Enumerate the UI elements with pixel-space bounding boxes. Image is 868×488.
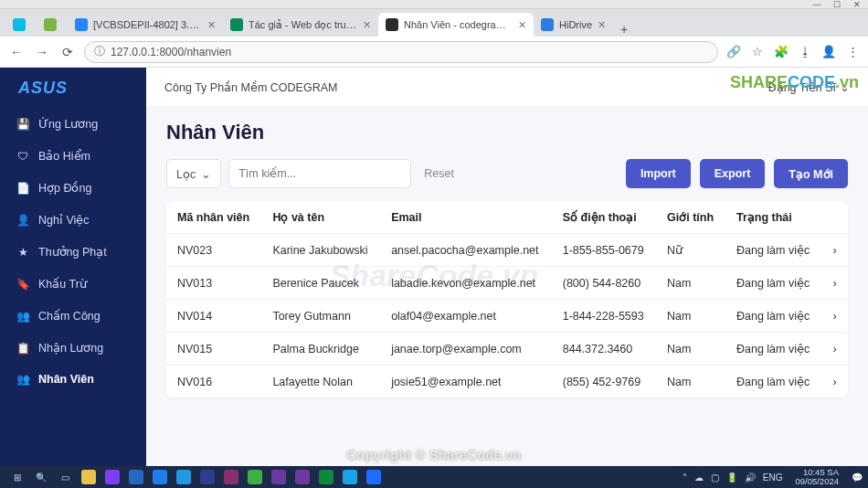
tray-screen-icon[interactable]: ▢ [711, 472, 719, 483]
profile-avatar-icon[interactable]: 👤 [820, 45, 837, 58]
taskbar-app[interactable] [362, 466, 386, 488]
cell-email: olaf04@example.net [380, 300, 552, 333]
close-icon[interactable]: ✕ [518, 19, 526, 31]
favicon-icon [44, 18, 57, 31]
cell-trangthai: Đang làm việc [725, 234, 821, 267]
cell-ma: NV016 [166, 366, 261, 398]
taskbar-app[interactable] [243, 466, 267, 488]
sidebar-item[interactable]: 👤Nghỉ Việc [0, 204, 146, 236]
tab-label: HiDrive [559, 19, 592, 30]
cell-gioitinh: Nam [656, 300, 725, 333]
browser-tab[interactable]: Tác giả - Web đọc truyện✕ [223, 13, 378, 37]
table-row[interactable]: NV015Palma Buckridgejanae.torp@example.c… [166, 333, 848, 366]
tray-battery-icon[interactable]: 🔋 [726, 472, 737, 483]
table-row[interactable]: NV023Karine Jakubowskiansel.pacocha@exam… [166, 234, 848, 267]
chevron-right-icon[interactable]: › [821, 300, 848, 333]
col-trangthai[interactable]: Trạng thái [725, 201, 821, 234]
reload-icon[interactable]: ⟳ [58, 45, 77, 59]
tray-lang[interactable]: ENG [763, 472, 783, 483]
new-tab-button[interactable]: + [613, 22, 635, 37]
forward-icon[interactable]: → [33, 45, 51, 59]
sidebar-item[interactable]: 🔖Khấu Trừ [0, 268, 146, 300]
actions-row: Lọc ⌄ Reset Import Export Tạo Mới [166, 159, 848, 188]
back-icon[interactable]: ← [7, 45, 26, 59]
table-row[interactable]: NV014Torey Gutmannolaf04@example.net1-84… [166, 300, 848, 333]
close-icon[interactable]: ✕ [598, 19, 606, 31]
browser-menu-icon[interactable]: ⋮ [844, 45, 861, 58]
col-hoten[interactable]: Họ và tên [261, 201, 380, 234]
bookmark-icon[interactable]: ☆ [749, 45, 766, 58]
cell-email: janae.torp@example.com [380, 333, 552, 366]
cell-gioitinh: Nữ [656, 234, 725, 267]
taskbar-app[interactable] [124, 466, 148, 488]
chevron-right-icon[interactable]: › [821, 333, 848, 366]
taskbar-app[interactable] [101, 466, 124, 488]
tray-onedrive-icon[interactable]: ☁ [694, 472, 704, 483]
taskbar-app[interactable] [291, 466, 314, 488]
taskbar-app[interactable] [196, 466, 219, 488]
sidebar-item[interactable]: 🛡Bảo Hiểm [0, 140, 146, 172]
browser-tab[interactable] [5, 13, 37, 37]
taskbar-app[interactable] [77, 466, 101, 488]
browser-tab[interactable] [37, 13, 68, 37]
reset-link[interactable]: Reset [424, 159, 454, 188]
taskbar-app[interactable] [314, 466, 338, 488]
tray-clock[interactable]: 10:45 SA 09/05/2024 [789, 468, 844, 486]
search-icon[interactable]: 🔍 [29, 466, 53, 488]
chevron-down-icon: ⌄ [840, 80, 850, 94]
window-minimize-icon[interactable]: — [811, 0, 822, 9]
cell-gioitinh: Nam [656, 333, 725, 366]
browser-tab[interactable]: Nhân Viên - codegram.pro✕ [378, 13, 534, 37]
tray-volume-icon[interactable]: 🔊 [745, 472, 756, 483]
cell-ma: NV015 [166, 333, 261, 366]
download-icon[interactable]: ⭳ [797, 45, 813, 58]
topbar: Công Ty Phần Mềm CODEGRAM Đặng Tiến Sĩ ⌄ [146, 68, 868, 108]
taskbar-app[interactable] [267, 466, 291, 488]
taskbar-app[interactable] [172, 466, 196, 488]
window-maximize-icon[interactable]: ☐ [831, 0, 842, 9]
site-info-icon[interactable]: ⓘ [94, 44, 105, 59]
table-row[interactable]: NV013Berenice Pauceklabadie.kevon@exampl… [166, 267, 848, 300]
browser-tab[interactable]: HiDrive✕ [534, 13, 613, 37]
taskbar-app[interactable] [338, 466, 362, 488]
cell-sdt: 844.372.3460 [552, 333, 656, 366]
export-button[interactable]: Export [700, 159, 766, 188]
filter-button[interactable]: Lọc ⌄ [166, 159, 221, 188]
col-email[interactable]: Email [380, 201, 552, 234]
chevron-right-icon[interactable]: › [821, 234, 848, 267]
col-gioitinh[interactable]: Giới tính [656, 201, 725, 234]
sidebar-item[interactable]: 💾Ứng Lương [0, 108, 146, 140]
create-button[interactable]: Tạo Mới [774, 159, 848, 188]
sidebar-item[interactable]: 👥Chấm Công [0, 300, 146, 332]
import-button[interactable]: Import [626, 159, 691, 188]
col-sdt[interactable]: Số điện thoại [552, 201, 656, 234]
tab-label: Tác giả - Web đọc truyện [249, 19, 357, 31]
sidebar-item[interactable]: ★Thưởng Phạt [0, 236, 146, 268]
sidebar-item[interactable]: 📋Nhận Lương [0, 332, 146, 364]
taskbar-app[interactable] [219, 466, 243, 488]
sidebar-item[interactable]: 📄Hợp Đồng [0, 172, 146, 204]
sidebar-item[interactable]: 👥Nhân Viên [0, 364, 146, 395]
table-row[interactable]: NV016Lafayette Nolanjosie51@example.net(… [166, 366, 848, 398]
address-bar[interactable]: ⓘ 127.0.0.1:8000/nhanvien [84, 41, 718, 63]
start-button[interactable]: ⊞ [5, 466, 29, 488]
task-view-icon[interactable]: ▭ [53, 466, 77, 488]
tab-label: [VCBSDEPII-4802] 3.2. Xử lý gán [93, 19, 202, 31]
browser-tab[interactable]: [VCBSDEPII-4802] 3.2. Xử lý gán✕ [68, 13, 223, 37]
company-name: Công Ty Phần Mềm CODEGRAM [164, 80, 337, 94]
cell-sdt: 1-855-855-0679 [552, 234, 656, 267]
tray-chevron-icon[interactable]: ˄ [683, 472, 687, 483]
close-icon[interactable]: ✕ [207, 19, 216, 31]
taskbar-app[interactable] [148, 466, 172, 488]
chevron-right-icon[interactable]: › [821, 267, 848, 300]
link-icon[interactable]: 🔗 [725, 45, 742, 58]
url-text: 127.0.0.1:8000/nhanvien [111, 46, 231, 58]
search-input[interactable] [228, 159, 411, 188]
tray-notifications-icon[interactable]: 💬 [852, 472, 863, 483]
user-menu[interactable]: Đặng Tiến Sĩ ⌄ [768, 80, 850, 94]
chevron-right-icon[interactable]: › [821, 366, 848, 398]
col-ma[interactable]: Mã nhân viên [166, 201, 261, 234]
close-icon[interactable]: ✕ [363, 19, 371, 31]
extensions-icon[interactable]: 🧩 [773, 45, 789, 58]
window-close-icon[interactable]: ✕ [852, 0, 863, 9]
